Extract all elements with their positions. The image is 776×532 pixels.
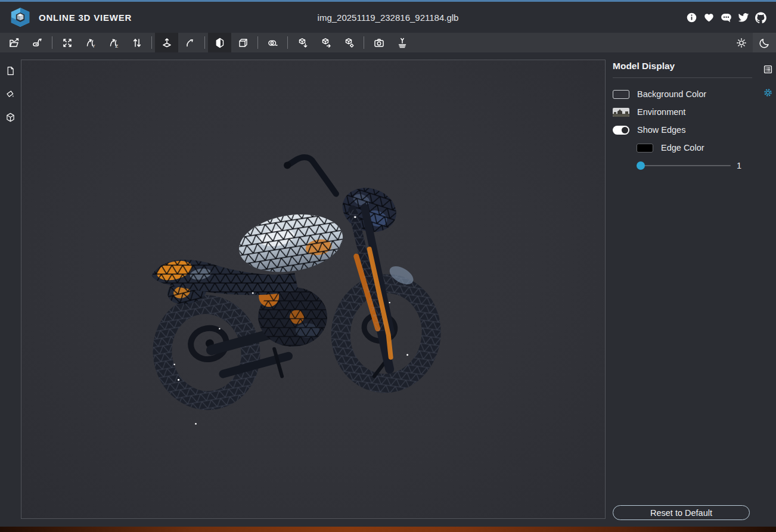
svg-text:Y: Y bbox=[92, 43, 95, 48]
snapshot-button[interactable] bbox=[367, 33, 390, 52]
fuel-tank bbox=[235, 207, 347, 279]
background-color-swatch[interactable] bbox=[613, 90, 629, 99]
background-color-row: Background Color bbox=[613, 85, 752, 103]
details-icon[interactable] bbox=[763, 64, 773, 74]
show-edges-row: Show Edges bbox=[613, 121, 752, 139]
environment-thumbnail[interactable] bbox=[613, 108, 629, 117]
align-to-ground-button[interactable] bbox=[390, 33, 414, 52]
embed-model-button[interactable] bbox=[337, 33, 361, 52]
background-color-label: Background Color bbox=[637, 89, 706, 99]
engine bbox=[258, 287, 327, 347]
main-area: Model Display Background Color Environme… bbox=[0, 52, 776, 527]
materials-icon[interactable] bbox=[5, 89, 15, 99]
svg-text:Z: Z bbox=[115, 43, 118, 48]
open-file-name: img_20251119_232816_921184.glb bbox=[318, 13, 459, 23]
open-url-button[interactable] bbox=[26, 33, 49, 52]
share-model-button[interactable] bbox=[314, 33, 337, 52]
toolbar: Y Z bbox=[0, 33, 776, 52]
panel-divider bbox=[613, 77, 752, 78]
free-orbit-button[interactable] bbox=[178, 33, 201, 52]
set-z-up-button[interactable]: Z bbox=[102, 33, 125, 52]
meshes-icon[interactable] bbox=[5, 112, 15, 123]
edge-threshold-row: 1 bbox=[637, 157, 752, 175]
toolbar-separator bbox=[204, 36, 205, 49]
viewport-3d-canvas[interactable] bbox=[21, 60, 606, 519]
environment-label: Environment bbox=[637, 107, 685, 117]
header: ONLINE 3D VIEWER img_20251119_232816_921… bbox=[0, 2, 776, 33]
fixed-up-vector-button[interactable] bbox=[155, 33, 178, 52]
fit-to-window-button[interactable] bbox=[55, 33, 79, 52]
info-icon[interactable] bbox=[686, 12, 697, 23]
toolbar-separator bbox=[151, 36, 152, 49]
feedback-chat-icon[interactable] bbox=[721, 12, 732, 23]
orthographic-camera-button[interactable] bbox=[231, 33, 254, 52]
edge-threshold-value: 1 bbox=[737, 161, 741, 170]
toggle-knob bbox=[622, 127, 628, 133]
handlebar bbox=[284, 157, 336, 194]
toolbar-separator bbox=[52, 36, 52, 49]
settings-panel: Model Display Background Color Environme… bbox=[606, 52, 759, 527]
files-icon[interactable] bbox=[5, 66, 15, 76]
reset-to-default-button[interactable]: Reset to Default bbox=[613, 505, 750, 520]
edge-color-swatch[interactable] bbox=[637, 144, 653, 153]
export-model-button[interactable] bbox=[291, 33, 314, 52]
motorcycle-wireframe-model bbox=[21, 60, 605, 518]
github-icon[interactable] bbox=[755, 12, 766, 23]
show-edges-toggle[interactable] bbox=[613, 126, 629, 135]
navigator-rail bbox=[0, 52, 21, 527]
measure-button[interactable] bbox=[261, 33, 284, 52]
twitter-icon[interactable] bbox=[738, 12, 749, 23]
edge-threshold-slider[interactable] bbox=[637, 165, 731, 166]
set-y-up-button[interactable]: Y bbox=[79, 33, 102, 52]
light-theme-button[interactable] bbox=[730, 33, 753, 52]
settings-icon[interactable] bbox=[763, 88, 773, 98]
app-title: ONLINE 3D VIEWER bbox=[39, 13, 132, 23]
edge-color-row: Edge Color bbox=[637, 139, 752, 157]
toolbar-separator bbox=[364, 36, 364, 49]
desktop-taskbar-sliver bbox=[0, 527, 776, 532]
open-file-button[interactable] bbox=[2, 33, 26, 52]
rear-wheel bbox=[155, 297, 258, 407]
environment-row: Environment bbox=[613, 103, 752, 121]
toolbar-separator bbox=[287, 36, 288, 49]
perspective-camera-button[interactable] bbox=[208, 33, 231, 52]
donate-heart-icon[interactable] bbox=[703, 12, 715, 23]
toolbar-separator bbox=[257, 36, 258, 49]
slider-thumb[interactable] bbox=[637, 161, 645, 170]
show-edges-label: Show Edges bbox=[637, 125, 685, 135]
panel-title: Model Display bbox=[613, 60, 752, 77]
flip-up-vector-button[interactable] bbox=[125, 33, 148, 52]
app-logo-icon bbox=[10, 7, 31, 27]
dark-theme-button[interactable] bbox=[753, 33, 776, 52]
edge-color-label: Edge Color bbox=[661, 143, 704, 153]
panel-tab-rail bbox=[759, 52, 776, 527]
